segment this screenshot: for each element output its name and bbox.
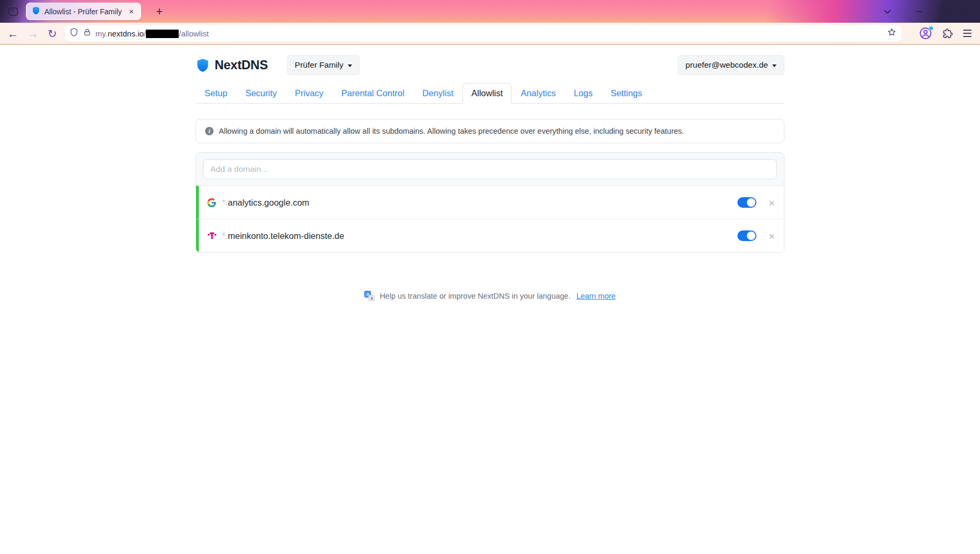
- tab-close-icon[interactable]: ×: [127, 6, 136, 16]
- add-domain-input[interactable]: [203, 159, 777, 179]
- telekom-favicon: [207, 232, 216, 241]
- tab-title: Allowlist - Prüfer Family -: [44, 7, 123, 16]
- bookmark-star-icon[interactable]: [887, 27, 896, 39]
- enable-toggle[interactable]: [737, 197, 756, 208]
- info-icon: i: [205, 127, 214, 135]
- window-minimize-button[interactable]: [907, 0, 931, 23]
- nextdns-shield-icon: [196, 58, 210, 72]
- info-alert: i Allowing a domain will automatically a…: [196, 119, 784, 143]
- info-alert-text: Allowing a domain will automatically all…: [219, 127, 684, 135]
- account-dropdown-button[interactable]: pruefer@webcodex.de: [678, 55, 784, 75]
- brand-name: NextDNS: [215, 58, 268, 72]
- lock-icon[interactable]: [83, 28, 91, 39]
- window-close-button[interactable]: [956, 0, 980, 23]
- chevron-down-icon: [772, 64, 776, 67]
- site-header: NextDNS Prüfer Family pruefer@webcodex.d…: [196, 45, 784, 75]
- google-favicon: [207, 198, 216, 207]
- back-button[interactable]: ←: [7, 28, 19, 39]
- entry-domain: *.meinkonto.telekom-dienste.de: [222, 231, 344, 241]
- tab-security[interactable]: Security: [236, 83, 286, 103]
- firefox-view-icon[interactable]: [7, 6, 19, 17]
- allowlist-entry: *.analytics.google.com ×: [196, 186, 784, 219]
- redacted-profile-id: [146, 30, 179, 38]
- reload-button[interactable]: ↻: [48, 28, 57, 39]
- tab-settings[interactable]: Settings: [602, 83, 651, 103]
- tab-allowlist[interactable]: Allowlist: [463, 83, 512, 104]
- extensions-puzzle-icon[interactable]: [942, 28, 953, 39]
- url-bar[interactable]: my.nextdns.io//allowlist: [64, 25, 902, 42]
- tab-setup[interactable]: Setup: [196, 83, 236, 103]
- main-nav-tabs: Setup Security Privacy Parental Control …: [196, 83, 784, 104]
- entry-domain: *.analytics.google.com: [222, 198, 309, 208]
- tab-parental-control[interactable]: Parental Control: [332, 83, 413, 103]
- remove-entry-button[interactable]: ×: [769, 230, 775, 242]
- menu-hamburger-icon[interactable]: [963, 30, 972, 37]
- nextdns-logo[interactable]: NextDNS: [196, 58, 268, 72]
- browser-titlebar: Allowlist - Prüfer Family - × +: [0, 0, 980, 23]
- tab-privacy[interactable]: Privacy: [286, 83, 332, 103]
- browser-nav-toolbar: ← → ↻ my.nextdns.io//allowlist: [0, 23, 980, 45]
- browser-tab[interactable]: Allowlist - Prüfer Family - ×: [26, 3, 141, 20]
- learn-more-link[interactable]: Learn more: [576, 292, 615, 300]
- translate-footer: A x Help us translate or improve NextDNS…: [196, 291, 784, 301]
- tab-denylist[interactable]: Denylist: [413, 83, 463, 103]
- allowlist-card: *.analytics.google.com × *.meinkonto.tel…: [196, 152, 784, 253]
- account-icon[interactable]: [919, 27, 932, 40]
- tab-logs[interactable]: Logs: [565, 83, 602, 103]
- allowlist-entry: *.meinkonto.telekom-dienste.de ×: [196, 219, 784, 252]
- forward-button: →: [27, 28, 39, 39]
- tab-analytics[interactable]: Analytics: [512, 83, 565, 103]
- remove-entry-button[interactable]: ×: [769, 197, 775, 208]
- list-tabs-chevron-down-icon[interactable]: [883, 7, 892, 16]
- chevron-down-icon: [348, 64, 352, 67]
- profile-dropdown-button[interactable]: Prüfer Family: [287, 55, 360, 75]
- tracking-protection-shield-icon[interactable]: [69, 27, 79, 39]
- translate-icon: A x: [364, 291, 375, 301]
- enable-toggle[interactable]: [737, 230, 756, 241]
- tab-favicon-shield-icon: [32, 6, 40, 17]
- new-tab-button[interactable]: +: [152, 6, 167, 17]
- account-notification-dot: [929, 26, 933, 31]
- add-domain-section: [196, 153, 784, 186]
- translate-text: Help us translate or improve NextDNS in …: [380, 292, 570, 300]
- window-restore-button[interactable]: [931, 0, 956, 23]
- nextdns-page: NextDNS Prüfer Family pruefer@webcodex.d…: [0, 45, 980, 553]
- url-text: my.nextdns.io//allowlist: [96, 29, 209, 38]
